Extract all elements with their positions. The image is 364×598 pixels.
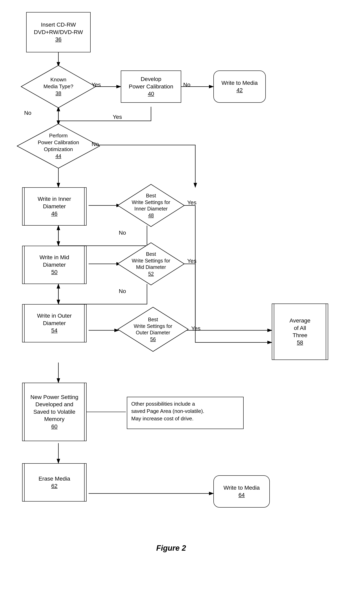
write-media-64-box: Write to Media 64	[213, 475, 270, 507]
perform-power-label: PerformPower CalibrationOptimization	[38, 132, 79, 153]
write-media-64-label: Write to Media	[223, 484, 260, 491]
insert-cd-ref: 36	[34, 36, 83, 43]
yes-label-best-mid: Yes	[187, 258, 197, 264]
no-label-best-inner: No	[119, 230, 126, 236]
yes-label-known-media: Yes	[91, 82, 101, 88]
best-mid-label: BestWrite Settings forMid Diameter	[132, 251, 170, 271]
best-outer-diamond: BestWrite Settings forOuter Diameter 56	[117, 306, 189, 352]
best-inner-ref: 48	[132, 212, 170, 219]
known-media-diamond: KnownMedia Type? 38	[20, 65, 97, 109]
insert-cd-label: Insert CD-RWDVD+RW/DVD-RW	[34, 21, 83, 36]
perform-power-diamond: PerformPower CalibrationOptimization 44	[16, 123, 101, 169]
yes-label-develop-feedback: Yes	[113, 114, 122, 120]
write-mid-box: Write in MidDiameter 50	[22, 246, 87, 284]
annotation-text: Other possibilities include asaved Page …	[131, 400, 239, 422]
erase-media-label: Erase Media	[38, 475, 70, 482]
figure-label: Figure 2	[121, 544, 222, 552]
perform-power-ref: 44	[38, 153, 79, 160]
average-all-ref: 58	[290, 339, 310, 346]
annotation-box: Other possibilities include asaved Page …	[127, 397, 244, 429]
write-outer-box: Write in OuterDiameter 54	[22, 304, 87, 342]
no-label-perform-power: No	[91, 141, 99, 147]
insert-cd-box: Insert CD-RWDVD+RW/DVD-RW 36	[26, 12, 91, 52]
write-media-42-box: Write to Media 42	[213, 70, 266, 103]
new-power-label: New Power SettingDeveloped andSaved to V…	[30, 394, 78, 423]
diagram-container: Insert CD-RWDVD+RW/DVD-RW 36 KnownMedia …	[0, 0, 364, 598]
yes-label-best-inner: Yes	[187, 199, 197, 206]
known-media-label: KnownMedia Type?	[43, 76, 73, 90]
average-all-box: Averageof AllThree 58	[272, 304, 328, 360]
develop-power-label: DevelopPower Calibration	[129, 75, 173, 90]
best-mid-diamond: BestWrite Settings forMid Diameter 52	[117, 242, 185, 286]
yes-label-best-outer: Yes	[191, 325, 200, 332]
best-mid-ref: 52	[132, 271, 170, 277]
write-inner-label: Write in InnerDiameter	[38, 195, 71, 210]
write-media-42-label: Write to Media	[222, 79, 258, 87]
write-inner-box: Write in InnerDiameter 46	[22, 187, 87, 225]
erase-media-ref: 62	[38, 482, 70, 490]
write-media-64-ref: 64	[223, 491, 260, 499]
best-outer-ref: 56	[134, 336, 172, 343]
best-inner-label: BestWrite Settings forInner Diameter	[132, 192, 170, 212]
best-inner-diamond: BestWrite Settings forInner Diameter 48	[117, 183, 185, 228]
no-label-develop-power: No	[183, 82, 190, 88]
known-media-ref: 38	[43, 90, 73, 97]
write-outer-label: Write in OuterDiameter	[37, 312, 72, 327]
develop-power-box: DevelopPower Calibration 40	[121, 70, 181, 103]
write-outer-ref: 54	[37, 327, 72, 334]
erase-media-box: Erase Media 62	[22, 463, 87, 501]
average-all-label: Averageof AllThree	[290, 317, 310, 339]
write-mid-label: Write in MidDiameter	[40, 254, 69, 268]
new-power-box: New Power SettingDeveloped andSaved to V…	[22, 383, 87, 441]
develop-power-ref: 40	[129, 90, 173, 98]
best-outer-label: BestWrite Settings forOuter Diameter	[134, 316, 172, 336]
write-mid-ref: 50	[40, 268, 69, 276]
no-label-known-media: No	[24, 110, 31, 116]
new-power-ref: 60	[30, 423, 78, 430]
no-label-best-mid: No	[119, 288, 126, 294]
write-inner-ref: 46	[38, 210, 71, 217]
write-media-42-ref: 42	[222, 87, 258, 94]
